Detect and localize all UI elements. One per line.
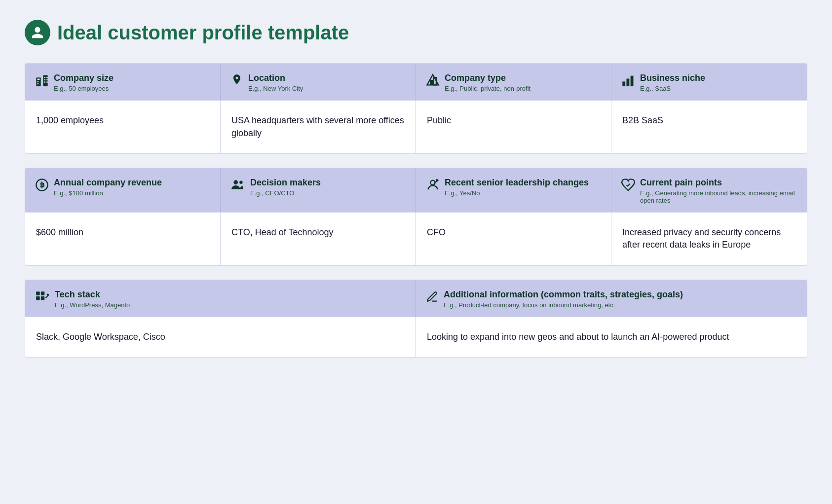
svg-point-20: [239, 180, 242, 183]
header-tech-stack-sublabel: E.g., WordPress, Magento: [55, 301, 130, 309]
header-company-size: Company size E.g., 50 employees: [25, 64, 221, 100]
header-additional-info-label: Additional information (common traits, s…: [444, 289, 683, 300]
section-company-info: Company size E.g., 50 employees Location…: [25, 63, 807, 154]
section3-header-row: Tech stack E.g., WordPress, Magento Addi…: [25, 280, 807, 317]
svg-rect-3: [38, 81, 38, 82]
svg-rect-13: [430, 80, 433, 85]
section3-data-row: Slack, Google Workspace, Cisco Looking t…: [25, 317, 807, 357]
svg-rect-9: [46, 79, 47, 80]
header-company-size-sublabel: E.g., 50 employees: [54, 85, 113, 92]
header-annual-revenue-label: Annual company revenue: [54, 177, 162, 188]
header-decision-makers-label: Decision makers: [250, 177, 321, 188]
section1-data-row: 1,000 employees USA headquarters with se…: [25, 100, 807, 153]
tech-stack-icon: [35, 290, 50, 306]
header-leadership-sublabel: E.g., Yes/No: [445, 189, 589, 197]
header-decision-makers-sublabel: E.g., CEO/CTO: [250, 189, 321, 197]
svg-rect-1: [43, 75, 47, 86]
section2-data-row: $600 million CTO, Head of Technology CFO…: [25, 212, 807, 265]
data-decision-makers: CTO, Head of Technology: [221, 213, 416, 265]
business-niche-icon: [621, 73, 635, 89]
header-business-niche-label: Business niche: [640, 72, 705, 84]
pain-points-icon: [621, 178, 635, 194]
svg-rect-26: [41, 296, 45, 300]
header-pain-points-label: Current pain points: [640, 177, 797, 188]
svg-rect-4: [38, 83, 38, 84]
decision-makers-icon: [230, 178, 245, 194]
data-business-niche: B2B SaaS: [611, 101, 807, 153]
revenue-icon: [35, 178, 49, 194]
header-pain-points: Current pain points E.g., Generating mor…: [611, 168, 807, 212]
section2-header-row: Annual company revenue E.g., $100 millio…: [25, 168, 807, 212]
location-icon: [230, 73, 243, 89]
svg-rect-7: [46, 77, 47, 78]
building-icon: [35, 73, 49, 89]
header-location-label: Location: [248, 72, 303, 84]
page-title: Ideal customer profile template: [57, 22, 349, 44]
svg-rect-24: [41, 291, 45, 295]
svg-rect-8: [44, 79, 45, 80]
data-leadership-changes: CFO: [416, 213, 611, 265]
header-location-sublabel: E.g., New York City: [248, 85, 303, 92]
header-company-type: Company type E.g., Public, private, non-…: [416, 64, 611, 100]
svg-point-27: [47, 293, 49, 295]
company-type-icon: [426, 73, 440, 89]
svg-rect-2: [38, 79, 38, 80]
header-tech-stack-label: Tech stack: [55, 289, 130, 300]
header-business-niche: Business niche E.g., SaaS: [611, 64, 807, 100]
svg-rect-5: [38, 79, 39, 80]
data-annual-revenue: $600 million: [25, 213, 221, 265]
svg-rect-23: [36, 291, 40, 295]
header-pain-points-sublabel: E.g., Generating more inbound leads, inc…: [640, 189, 797, 204]
header-additional-info: Additional information (common traits, s…: [416, 280, 807, 317]
data-additional-info: Looking to expand into new geos and abou…: [416, 317, 807, 357]
page-title-row: Ideal customer profile template: [25, 20, 807, 45]
data-pain-points: Increased privacy and security concerns …: [611, 213, 807, 265]
header-leadership-changes: Recent senior leadership changes E.g., Y…: [416, 168, 611, 212]
data-company-size: 1,000 employees: [25, 101, 221, 153]
svg-point-22: [436, 179, 439, 181]
additional-info-icon: [426, 290, 439, 306]
header-company-size-label: Company size: [54, 72, 113, 84]
svg-rect-15: [622, 81, 625, 86]
svg-rect-10: [44, 81, 45, 82]
header-annual-revenue: Annual company revenue E.g., $100 millio…: [25, 168, 221, 212]
svg-rect-16: [627, 79, 630, 86]
section1-header-row: Company size E.g., 50 employees Location…: [25, 64, 807, 100]
header-tech-stack: Tech stack E.g., WordPress, Magento: [25, 280, 416, 317]
svg-rect-25: [36, 296, 40, 300]
svg-point-19: [233, 180, 238, 184]
header-location: Location E.g., New York City: [221, 64, 416, 100]
section-revenue-info: Annual company revenue E.g., $100 millio…: [25, 168, 807, 266]
section-tech-additional: Tech stack E.g., WordPress, Magento Addi…: [25, 280, 807, 358]
header-company-type-label: Company type: [445, 72, 530, 84]
header-leadership-label: Recent senior leadership changes: [445, 177, 589, 188]
data-company-type: Public: [416, 101, 611, 153]
header-annual-revenue-sublabel: E.g., $100 million: [54, 189, 162, 197]
svg-rect-17: [631, 76, 634, 86]
data-location: USA headquarters with several more offic…: [221, 101, 416, 153]
header-decision-makers: Decision makers E.g., CEO/CTO: [221, 168, 416, 212]
header-company-type-sublabel: E.g., Public, private, non-profit: [445, 85, 530, 92]
svg-rect-6: [44, 77, 45, 78]
data-tech-stack: Slack, Google Workspace, Cisco: [25, 317, 416, 357]
header-additional-info-sublabel: E.g., Product-led company, focus on inbo…: [444, 301, 683, 309]
header-business-niche-sublabel: E.g., SaaS: [640, 85, 705, 92]
leadership-icon: [426, 178, 440, 194]
page-title-icon: [25, 20, 50, 45]
svg-rect-11: [46, 81, 47, 82]
